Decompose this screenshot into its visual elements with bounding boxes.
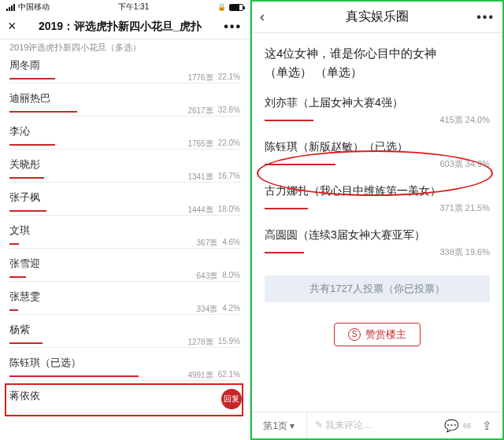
poll-row[interactable]: 张雪迎643票8.0% xyxy=(9,249,240,282)
total-votes-box: 共有1727人投票（你已投票） xyxy=(265,275,490,302)
option-meter: 334票4.2% xyxy=(9,307,240,315)
option-bar xyxy=(9,309,18,311)
option-bar xyxy=(265,120,313,121)
option-bar xyxy=(9,177,44,179)
poll-question-line2: （单选） （单选） xyxy=(265,65,362,79)
poll-option[interactable]: 高圆圆（连续3届女神大赛亚军）338票 19.6% xyxy=(265,228,490,258)
page-selector[interactable]: 第1页 ▾ xyxy=(252,412,307,438)
option-label: 古力娜扎（我心目中维族第一美女） xyxy=(265,184,490,198)
poll-row[interactable]: 迪丽热巴2617票32.6% xyxy=(9,83,240,116)
poll-question: 这4位女神，谁是你心目中的女神 （单选） （单选） xyxy=(265,44,490,82)
option-pct: 4.2% xyxy=(222,304,240,315)
option-bar xyxy=(9,78,55,79)
poll-option[interactable]: 古力娜扎（我心目中维族第一美女）371票 21.5% xyxy=(265,184,490,214)
option-name: 张子枫 xyxy=(9,190,240,205)
option-meter xyxy=(9,406,240,414)
option-meter: 2617票32.6% xyxy=(9,109,240,116)
right-screenshot: ‹ 真实娱乐圈 ••• 这4位女神，谁是你心目中的女神 （单选） （单选） 刘亦… xyxy=(250,0,504,440)
more-button[interactable]: ••• xyxy=(476,10,495,24)
option-name: 周冬雨 xyxy=(9,58,240,72)
option-meter: 1444票18.0% xyxy=(9,208,240,216)
option-votes: 334票 xyxy=(197,304,218,315)
option-meter: 1776票22.1% xyxy=(9,76,240,83)
option-votes: 1278票 xyxy=(187,337,213,348)
poll-row[interactable]: 周冬雨1776票22.1% xyxy=(9,50,240,83)
poll-option[interactable]: 陈钰琪（新版赵敏）（已选）603票 34.9% xyxy=(265,140,490,170)
poll-list: 周冬雨1776票22.1%迪丽热巴2617票32.6%李沁1765票22.0%关… xyxy=(0,50,250,414)
option-name: 文琪 xyxy=(9,224,240,238)
nav-bar: × 2019：评选虎扑新四小花旦_虎扑 ••• xyxy=(0,14,250,39)
option-bar xyxy=(9,342,43,344)
option-label: 高圆圆（连续3届女神大赛亚军） xyxy=(265,228,490,242)
option-bar xyxy=(9,111,77,113)
option-votes: 2617票 xyxy=(187,105,213,116)
option-name: 蒋依依 xyxy=(9,389,240,403)
left-screenshot: 中国移动 下午1:31 🔒 × 2019：评选虎扑新四小花旦_虎扑 ••• 20… xyxy=(0,0,250,440)
more-button[interactable]: ••• xyxy=(224,20,242,34)
comments-count: 65 xyxy=(463,422,471,430)
option-pct: 62.1% xyxy=(218,370,240,381)
share-icon[interactable]: ⇪ xyxy=(471,419,502,433)
poll-row[interactable]: 李沁1765票22.0% xyxy=(9,116,240,150)
poll-row[interactable]: 陈钰琪（已选）4991票62.1% xyxy=(9,348,240,381)
reward-icon: S xyxy=(348,328,361,341)
option-pct: 15.9% xyxy=(218,337,240,348)
option-name: 陈钰琪（已选） xyxy=(9,356,240,370)
poll-row[interactable]: 关晓彤1341票16.7% xyxy=(9,150,240,183)
option-label: 陈钰琪（新版赵敏）（已选） xyxy=(265,140,490,154)
option-bar xyxy=(9,144,55,146)
option-name: 迪丽热巴 xyxy=(9,91,240,105)
option-votes: 367票 xyxy=(197,238,218,249)
edit-icon: ✎ xyxy=(315,420,323,431)
option-bar xyxy=(265,164,335,165)
nav-bar: ‹ 真实娱乐圈 ••• xyxy=(252,2,502,33)
option-meter: 371票 21.5% xyxy=(265,203,490,214)
comment-input[interactable]: ✎ 我来评论… xyxy=(307,419,436,432)
option-meter: 4991票62.1% xyxy=(9,373,240,381)
option-votes: 643票 xyxy=(197,271,218,282)
option-bar xyxy=(9,243,19,245)
poll-row[interactable]: 文琪367票4.6% xyxy=(9,216,240,249)
carrier-label: 中国移动 xyxy=(18,2,50,13)
reply-badge[interactable]: 回复 xyxy=(221,389,242,409)
option-bar xyxy=(9,276,26,278)
option-name: 张雪迎 xyxy=(9,257,240,271)
option-meta: 371票 21.5% xyxy=(439,202,490,214)
page-title: 真实娱乐圈 xyxy=(346,9,409,25)
option-votes: 1765票 xyxy=(187,139,213,150)
reward-label: 赞赏楼主 xyxy=(365,324,406,346)
comment-placeholder: 我来评论… xyxy=(325,420,372,431)
close-button[interactable]: × xyxy=(8,18,17,35)
option-name: 杨紫 xyxy=(9,323,240,337)
poll-row[interactable]: 张慧雯334票4.2% xyxy=(9,282,240,315)
option-pct: 16.7% xyxy=(218,172,240,183)
option-bar xyxy=(9,375,139,377)
poll-row[interactable]: 张子枫1444票18.0% xyxy=(9,183,240,216)
lock-icon: 🔒 xyxy=(217,3,226,11)
poll-row[interactable]: 蒋依依 xyxy=(9,381,240,414)
option-label: 刘亦菲（上届女神大赛4强） xyxy=(265,96,490,110)
option-meter: 415票 24.0% xyxy=(265,115,490,126)
poll-options: 刘亦菲（上届女神大赛4强）415票 24.0%陈钰琪（新版赵敏）（已选）603票… xyxy=(265,96,490,258)
option-pct: 32.6% xyxy=(218,105,240,116)
option-meter: 1341票16.7% xyxy=(9,175,240,183)
poll-option[interactable]: 刘亦菲（上届女神大赛4强）415票 24.0% xyxy=(265,96,490,126)
option-name: 关晓彤 xyxy=(9,157,240,172)
option-meter: 1278票15.9% xyxy=(9,340,240,348)
bottom-bar: 第1页 ▾ ✎ 我来评论… 💬 65 ⇪ xyxy=(252,412,502,438)
clock-label: 下午1:31 xyxy=(118,2,149,13)
option-votes: 1341票 xyxy=(187,172,213,183)
option-meter: 338票 19.6% xyxy=(265,247,490,258)
reward-button[interactable]: S 赞赏楼主 xyxy=(334,323,421,346)
option-bar xyxy=(9,210,46,212)
option-name: 李沁 xyxy=(9,124,240,139)
option-votes: 1444票 xyxy=(187,205,213,216)
option-pct: 4.6% xyxy=(222,238,240,249)
option-meta: 338票 19.6% xyxy=(439,246,490,258)
page-title: 2019：评选虎扑新四小花旦_虎扑 xyxy=(39,20,202,34)
poll-row[interactable]: 杨紫1278票15.9% xyxy=(9,315,240,348)
option-pct: 18.0% xyxy=(218,205,240,216)
poll-question-line1: 这4位女神，谁是你心目中的女神 xyxy=(265,46,436,60)
option-meta: 415票 24.0% xyxy=(439,114,490,126)
back-button[interactable]: ‹ xyxy=(260,9,265,25)
